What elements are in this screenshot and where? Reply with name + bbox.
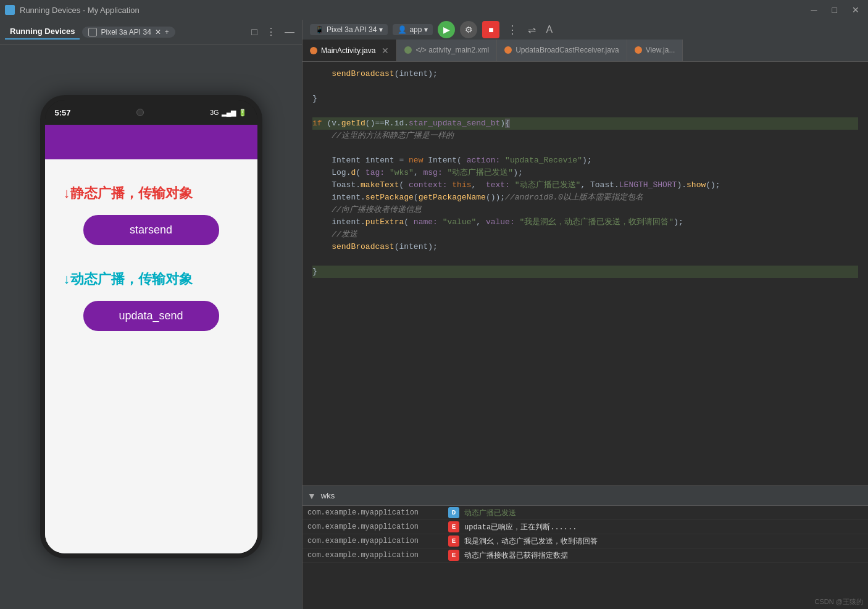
code-text: Intent intent = new Intent( action: "upd…	[312, 154, 592, 167]
java-file-icon-3	[635, 46, 642, 54]
code-line	[312, 105, 858, 117]
main-area: Running Devices Pixel 3a API 34 ✕ + □ ⋮ …	[0, 20, 868, 609]
phone-content: ↓静态广播，传输对象 starsend ↓动态广播，传输对象 updata_se…	[45, 159, 257, 553]
log-level-e3: E	[448, 550, 459, 561]
minimize-button[interactable]: ─	[807, 4, 821, 16]
font-size-icon[interactable]: A	[543, 24, 555, 35]
starsend-button[interactable]: starsend	[83, 215, 219, 245]
phone-camera	[136, 109, 144, 116]
phone-mockup: 5:57 3G ▂▄▆ 🔋 ↓静态广播，传输对象 starsend ↓动态广播，…	[40, 95, 262, 558]
code-line-close: }	[312, 266, 858, 278]
code-lines: sendBroadcast(intent); } if (v.getId()==…	[303, 68, 868, 278]
phone-screen: ↓静态广播，传输对象 starsend ↓动态广播，传输对象 updata_se…	[45, 125, 257, 553]
transfer-icon[interactable]: ⇌	[525, 24, 538, 36]
log-entry: com.example.myapplication E 动态广播接收器已获得指定…	[303, 548, 868, 563]
left-panel: Running Devices Pixel 3a API 34 ✕ + □ ⋮ …	[0, 20, 303, 609]
tab-updata-label: UpdataBroadCastReceiver.java	[515, 46, 619, 54]
xml-file-icon	[404, 46, 412, 54]
code-line	[312, 80, 858, 93]
title-bar-left: Running Devices - My Application	[5, 5, 140, 15]
more-options-button[interactable]: ⋮	[504, 23, 520, 36]
device-tab-close[interactable]: ✕	[155, 28, 161, 36]
code-line: //这里的方法和静态广播是一样的	[312, 130, 858, 142]
app-selector[interactable]: 👤 app ▾	[393, 24, 433, 35]
code-text: intent.setPackage(getPackageName());//an…	[312, 191, 643, 204]
layout-icon[interactable]: □	[249, 25, 260, 39]
tab-updata-broadcast[interactable]: UpdataBroadCastReceiver.java	[497, 40, 627, 61]
device-dropdown-icon: ▾	[379, 25, 383, 34]
code-text: //发送	[312, 229, 357, 241]
log-panel: ▼ wks com.example.myapplication D 动态广播已发…	[303, 485, 868, 609]
log-toolbar: ▼ wks	[303, 486, 868, 506]
code-line: intent.setPackage(getPackageName());//an…	[312, 191, 858, 204]
log-level-d: D	[448, 507, 459, 518]
log-package: com.example.myapplication	[307, 537, 443, 545]
close-button[interactable]: ✕	[848, 4, 863, 16]
code-line	[312, 142, 858, 154]
running-devices-label: Running Devices	[5, 24, 80, 40]
log-message: 我是洞幺，动态广播已发送，收到请回答	[464, 536, 598, 547]
device-selector[interactable]: 📱 Pixel 3a API 34 ▾	[310, 24, 388, 35]
tab-main-activity-label: MainActivity.java	[321, 46, 375, 55]
tab-activity-main2[interactable]: </> activity_main2.xml	[397, 40, 497, 61]
phone-status-icons: 3G ▂▄▆ 🔋	[210, 109, 247, 117]
device-tab[interactable]: Pixel 3a API 34 ✕ +	[82, 27, 175, 38]
code-text: sendBroadcast(intent);	[312, 241, 438, 253]
java-file-icon	[310, 47, 317, 54]
code-text: //向广播接收者传递信息	[312, 204, 422, 216]
stop-icon: ■	[488, 25, 493, 35]
tab-main-activity[interactable]: MainActivity.java ✕	[303, 40, 397, 61]
phone-status-bar: 5:57 3G ▂▄▆ 🔋	[45, 100, 257, 125]
gear-icon: ⚙	[465, 25, 473, 35]
log-message: 动态广播已发送	[464, 508, 516, 518]
log-entries: com.example.myapplication D 动态广播已发送 com.…	[303, 506, 868, 609]
run-button[interactable]: ▶	[438, 21, 455, 38]
log-package: com.example.myapplication	[307, 523, 443, 531]
ide-toolbar: 📱 Pixel 3a API 34 ▾ 👤 app ▾ ▶ ⚙ ■ ⋮ ⇌ A	[303, 20, 868, 40]
code-line: //向广播接收者传递信息	[312, 204, 858, 216]
title-bar: Running Devices - My Application ─ □ ✕	[0, 0, 868, 20]
tab-close-main-activity[interactable]: ✕	[382, 46, 389, 56]
log-level-e2: E	[448, 536, 459, 547]
editor-tabs: MainActivity.java ✕ </> activity_main2.x…	[303, 40, 868, 62]
stop-button[interactable]: ■	[482, 21, 499, 38]
log-package: com.example.myapplication	[307, 508, 443, 517]
device-selector-label: Pixel 3a API 34	[327, 25, 377, 34]
right-panel: 📱 Pixel 3a API 34 ▾ 👤 app ▾ ▶ ⚙ ■ ⋮ ⇌ A	[303, 20, 868, 609]
minimize-panel-icon[interactable]: —	[282, 25, 297, 39]
code-text: sendBroadcast(intent);	[312, 68, 438, 80]
menu-icon[interactable]: ⋮	[264, 25, 278, 39]
code-line: sendBroadcast(intent);	[312, 68, 858, 80]
device-tab-add[interactable]: +	[165, 28, 169, 36]
android-icon	[5, 5, 15, 15]
code-line: Toast.makeText( context: this, text: "动态…	[312, 179, 858, 191]
phone-area: 5:57 3G ▂▄▆ 🔋 ↓静态广播，传输对象 starsend ↓动态广播，…	[0, 44, 302, 609]
tab-view[interactable]: View.ja...	[627, 40, 683, 61]
code-line: //发送	[312, 229, 858, 241]
title-bar-controls[interactable]: ─ □ ✕	[807, 4, 863, 16]
device-tab-label: Pixel 3a API 34	[101, 28, 151, 36]
network-type: 3G	[210, 109, 219, 116]
code-text: //这里的方法和静态广播是一样的	[312, 130, 454, 142]
log-entry: com.example.myapplication D 动态广播已发送	[303, 506, 868, 520]
phone-time: 5:57	[55, 108, 71, 117]
code-text: intent.putExtra( name: "value", value: "…	[312, 216, 683, 229]
run-icon: ▶	[443, 25, 450, 35]
person-icon: 👤	[398, 25, 407, 34]
left-tab-bar: Running Devices Pixel 3a API 34 ✕ + □ ⋮ …	[0, 20, 302, 44]
left-tab-controls: □ ⋮ —	[249, 25, 297, 39]
maximize-button[interactable]: □	[828, 4, 841, 16]
code-editor[interactable]: sendBroadcast(intent); } if (v.getId()==…	[303, 62, 868, 485]
code-line: }	[312, 93, 858, 105]
code-line: Log.d( tag: "wks", msg: "动态广播已发送");	[312, 167, 858, 179]
updata-send-button[interactable]: updata_send	[83, 301, 219, 331]
signal-icon: ▂▄▆	[222, 109, 236, 117]
phone-small-icon: 📱	[315, 25, 324, 34]
settings-button[interactable]: ⚙	[460, 21, 477, 38]
log-level-e: E	[448, 521, 459, 532]
code-line-if: if (v.getId()==R.id.star_updata_send_bt)…	[312, 117, 858, 130]
app-selector-label: app	[409, 25, 422, 34]
dynamic-broadcast-label: ↓动态广播，传输对象	[57, 270, 193, 288]
battery-icon: 🔋	[238, 109, 247, 117]
log-package: com.example.myapplication	[307, 551, 443, 560]
